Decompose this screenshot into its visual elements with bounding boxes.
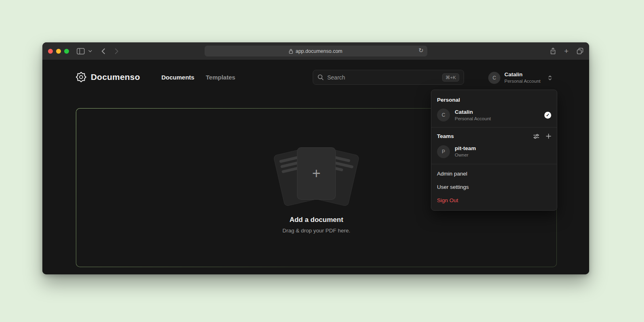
app-page: Documenso Documents Templates ⌘+K C Cata… [42, 60, 589, 274]
menu-personal-label: Personal [431, 93, 557, 106]
search-shortcut-badge: ⌘+K [442, 73, 459, 82]
menu-item-name: Catalin [455, 109, 491, 116]
account-dropdown-menu: Personal C Catalin Personal Account ✓ Te… [431, 90, 557, 211]
documenso-logo-icon [76, 72, 86, 82]
reload-icon[interactable]: ↻ [418, 47, 424, 53]
menu-item-subtitle: Personal Account [455, 116, 491, 122]
team-settings-icon[interactable] [533, 134, 539, 139]
illustration-card-center: + [297, 147, 336, 200]
chevron-updown-icon [548, 75, 552, 81]
address-bar[interactable]: app.documenso.com ↻ [205, 46, 427, 56]
zoom-window-button[interactable] [64, 49, 69, 54]
documents-illustration: + [270, 142, 363, 205]
chevron-down-icon[interactable] [88, 50, 92, 52]
menu-item-user-settings[interactable]: User settings [431, 180, 557, 194]
forward-icon[interactable] [115, 48, 119, 54]
browser-window: app.documenso.com ↻ + [42, 42, 589, 274]
plus-icon: + [312, 166, 320, 181]
avatar: C [437, 109, 450, 121]
menu-item-name: pit-team [455, 145, 476, 152]
chrome-right-actions: + [550, 47, 583, 55]
account-name: Catalin [504, 71, 541, 78]
search-input[interactable] [327, 74, 439, 81]
add-team-icon[interactable] [546, 134, 551, 139]
window-controls [48, 49, 69, 54]
dropzone-subtitle: Drag & drop your PDF here. [282, 228, 350, 234]
sidebar-toggle-icon[interactable] [77, 48, 85, 54]
menu-teams-header: Teams [431, 130, 557, 142]
brand[interactable]: Documenso [76, 72, 140, 82]
menu-teams-label: Teams [437, 133, 454, 139]
search-icon [318, 74, 324, 80]
menu-divider [431, 127, 557, 128]
menu-divider [431, 164, 557, 164]
nav-templates[interactable]: Templates [206, 74, 235, 81]
share-icon[interactable] [550, 48, 556, 54]
selected-check-icon: ✓ [544, 112, 551, 119]
menu-team-item[interactable]: P pit-team Owner [431, 142, 557, 161]
browser-chrome: app.documenso.com ↻ + [42, 42, 589, 60]
close-window-button[interactable] [48, 49, 53, 54]
account-menu-trigger[interactable]: C Catalin Personal Account [488, 71, 552, 84]
avatar: C [488, 72, 500, 84]
menu-item-admin-panel[interactable]: Admin panel [431, 167, 557, 180]
menu-personal-account-item[interactable]: C Catalin Personal Account ✓ [431, 106, 557, 124]
lock-icon [289, 49, 293, 54]
minimize-window-button[interactable] [56, 49, 61, 54]
account-subtitle: Personal Account [504, 78, 541, 84]
menu-item-sign-out[interactable]: Sign Out [431, 194, 557, 207]
new-tab-icon[interactable]: + [564, 47, 569, 55]
back-icon[interactable] [101, 48, 105, 54]
menu-item-subtitle: Owner [455, 152, 476, 158]
tab-overview-icon[interactable] [577, 48, 583, 54]
avatar: P [437, 145, 450, 158]
dropzone-title: Add a document [289, 216, 343, 224]
nav-documents[interactable]: Documents [161, 74, 194, 81]
url-text: app.documenso.com [295, 48, 342, 54]
search-bar[interactable]: ⌘+K [313, 70, 464, 85]
brand-name: Documenso [91, 72, 140, 82]
